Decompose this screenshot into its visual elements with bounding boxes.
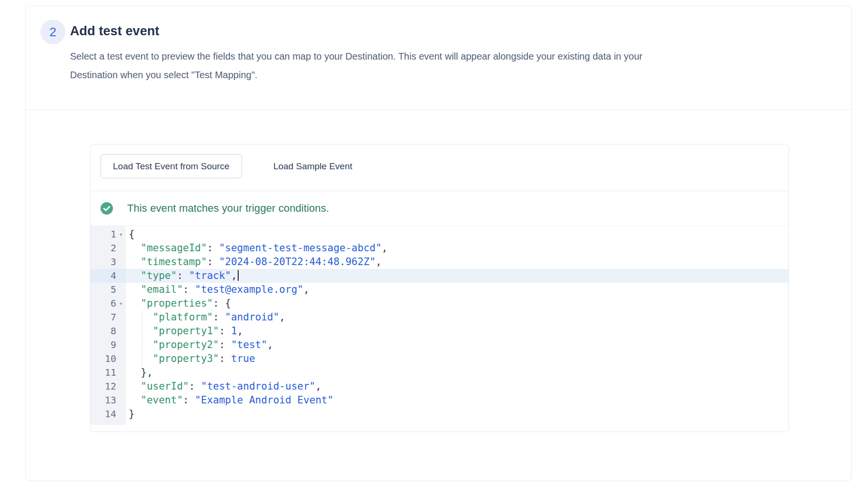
code-line[interactable]: 7 "platform": "android", — [91, 310, 788, 324]
code-line[interactable]: 14} — [91, 407, 788, 421]
line-gutter: 13 — [91, 393, 126, 407]
indent-guide — [142, 310, 142, 324]
line-gutter: 4 — [91, 269, 126, 283]
code-text: "property3": true — [126, 352, 788, 366]
code-text: } — [126, 407, 788, 421]
code-line[interactable]: 10 "property3": true — [91, 352, 788, 366]
line-gutter: 7 — [91, 310, 126, 324]
code-text: "email": "test@example.org", — [126, 283, 788, 297]
step-number-badge: 2 — [40, 20, 65, 44]
code-text: "platform": "android", — [126, 310, 788, 324]
fold-spacer — [116, 324, 126, 338]
line-gutter: 12 — [91, 380, 126, 393]
line-number: 11 — [91, 366, 116, 380]
line-number: 12 — [91, 380, 116, 393]
fold-spacer — [116, 310, 126, 324]
page-title: Add test event — [70, 23, 642, 39]
line-number: 9 — [91, 338, 116, 352]
line-gutter: 2 — [91, 241, 126, 255]
indent-guide — [142, 352, 142, 366]
code-text: "timestamp": "2024-08-20T22:44:48.962Z", — [126, 255, 788, 269]
code-line[interactable]: 12 "userId": "test-android-user", — [91, 380, 788, 393]
code-line[interactable]: 3 "timestamp": "2024-08-20T22:44:48.962Z… — [91, 255, 788, 269]
line-number: 14 — [91, 407, 116, 421]
code-text: { — [126, 227, 788, 241]
step-description: Select a test event to preview the field… — [70, 47, 642, 84]
line-number: 8 — [91, 324, 116, 338]
line-number: 10 — [91, 352, 116, 366]
step-body: Load Test Event from Source Load Sample … — [26, 110, 851, 481]
fold-spacer — [116, 283, 126, 297]
step-description-line-2: Destination when you select "Test Mappin… — [70, 66, 642, 84]
test-event-toolbar: Load Test Event from Source Load Sample … — [91, 144, 788, 191]
fold-spacer — [116, 269, 126, 283]
line-gutter: 9 — [91, 338, 126, 352]
indent-guide — [142, 338, 142, 352]
code-text: "property1": 1, — [126, 324, 788, 338]
line-number: 3 — [91, 255, 116, 269]
fold-spacer — [116, 241, 126, 255]
test-event-panel: Load Test Event from Source Load Sample … — [90, 144, 789, 432]
line-gutter: 3 — [91, 255, 126, 269]
fold-spacer — [116, 407, 126, 421]
fold-spacer — [116, 380, 126, 393]
code-line[interactable]: 4 "type": "track", — [91, 269, 788, 283]
fold-spacer — [116, 366, 126, 380]
step-description-line-1: Select a test event to preview the field… — [70, 47, 642, 66]
step-card: 2 Add test event Select a test event to … — [25, 6, 852, 481]
code-line[interactable]: 8 "property1": 1, — [91, 324, 788, 338]
code-text: "property2": "test", — [126, 338, 788, 352]
line-number: 6 — [91, 297, 116, 310]
line-gutter: 8 — [91, 324, 126, 338]
code-line[interactable]: 1▾{ — [91, 227, 788, 241]
line-gutter: 5 — [91, 283, 126, 297]
check-circle-icon — [101, 202, 113, 215]
fold-spacer — [116, 393, 126, 407]
line-number: 4 — [91, 269, 116, 283]
text-cursor — [238, 270, 239, 281]
fold-toggle-icon[interactable]: ▾ — [116, 297, 126, 310]
code-line[interactable]: 2 "messageId": "segment-test-message-abc… — [91, 241, 788, 255]
line-gutter: 10 — [91, 352, 126, 366]
status-message: This event matches your trigger conditio… — [127, 202, 329, 215]
load-test-event-button[interactable]: Load Test Event from Source — [101, 154, 242, 178]
step-number: 2 — [50, 25, 56, 40]
code-line[interactable]: 9 "property2": "test", — [91, 338, 788, 352]
fold-spacer — [116, 338, 126, 352]
line-gutter: 6▾ — [91, 297, 126, 310]
code-text: "event": "Example Android Event" — [126, 393, 788, 407]
line-number: 5 — [91, 283, 116, 297]
trigger-match-status: This event matches your trigger conditio… — [91, 191, 788, 226]
line-number: 13 — [91, 393, 116, 407]
line-number: 2 — [91, 241, 116, 255]
fold-toggle-icon[interactable]: ▾ — [116, 227, 126, 241]
line-gutter: 1▾ — [91, 227, 126, 241]
fold-spacer — [116, 352, 126, 366]
line-number: 7 — [91, 310, 116, 324]
indent-guide — [142, 324, 142, 338]
code-text: "type": "track", — [126, 269, 788, 283]
code-text: "properties": { — [126, 297, 788, 310]
code-line[interactable]: 5 "email": "test@example.org", — [91, 283, 788, 297]
code-text: "messageId": "segment-test-message-abcd"… — [126, 241, 788, 255]
load-sample-event-button[interactable]: Load Sample Event — [261, 154, 365, 178]
fold-spacer — [116, 255, 126, 269]
code-line[interactable]: 6▾ "properties": { — [91, 297, 788, 310]
line-number: 1 — [91, 227, 116, 241]
line-gutter: 11 — [91, 366, 126, 380]
step-header: 2 Add test event Select a test event to … — [26, 6, 851, 110]
json-editor[interactable]: 1▾{2 "messageId": "segment-test-message-… — [91, 226, 788, 425]
code-text: "userId": "test-android-user", — [126, 380, 788, 393]
line-gutter: 14 — [91, 407, 126, 421]
step-header-text: Add test event Select a test event to pr… — [70, 20, 642, 84]
code-line[interactable]: 11 }, — [91, 366, 788, 380]
code-text: }, — [126, 366, 788, 380]
code-line[interactable]: 13 "event": "Example Android Event" — [91, 393, 788, 407]
